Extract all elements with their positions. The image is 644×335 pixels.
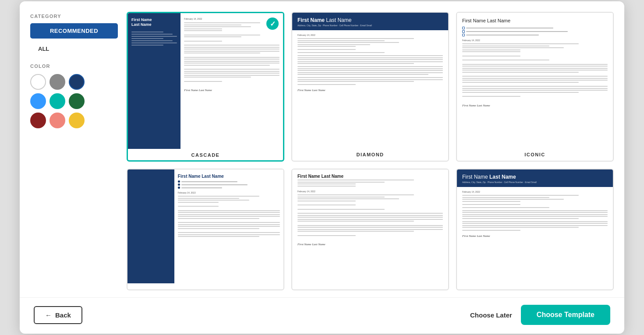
color-swatch-dark-red[interactable] bbox=[30, 113, 46, 128]
all-filter-button[interactable]: ALL bbox=[30, 42, 118, 56]
template-card-cascade[interactable]: First NameLast Name bbox=[127, 12, 284, 162]
choose-template-button[interactable]: Choose Template bbox=[521, 305, 610, 325]
color-label: COLOR bbox=[30, 63, 118, 69]
template-preview-executive: First Name Last Name Address, City, Stat… bbox=[457, 169, 613, 283]
template-preview-diamond: First Name Last Name Address, City, Stat… bbox=[292, 13, 448, 148]
footer-right: Choose Later Choose Template bbox=[470, 305, 610, 325]
template-preview-classic: First Name Last Name February 14, 2022 bbox=[292, 169, 448, 283]
back-arrow-icon: ← bbox=[45, 311, 52, 319]
color-grid bbox=[30, 74, 118, 128]
template-preview-iconic: First Name Last Name bbox=[457, 13, 613, 148]
back-label: Back bbox=[55, 311, 71, 319]
choose-later-button[interactable]: Choose Later bbox=[470, 311, 512, 319]
executive-label bbox=[457, 283, 613, 289]
modal-body: CATEGORY RECOMMENDED ALL COLOR bbox=[20, 1, 624, 297]
back-button[interactable]: ← Back bbox=[34, 306, 82, 324]
template-card-iconic[interactable]: First Name Last Name bbox=[456, 12, 614, 162]
template-card-executive[interactable]: First Name Last Name Address, City, Stat… bbox=[456, 169, 614, 290]
template-chooser-modal: CATEGORY RECOMMENDED ALL COLOR bbox=[20, 1, 624, 334]
template-card-diamond[interactable]: First Name Last Name Address, City, Stat… bbox=[291, 12, 449, 162]
selected-check-icon bbox=[266, 18, 279, 30]
color-swatch-gray[interactable] bbox=[50, 74, 65, 90]
color-swatch-white[interactable] bbox=[30, 74, 46, 90]
color-swatch-navy[interactable] bbox=[69, 74, 85, 90]
cascade-label: CASCADE bbox=[128, 149, 283, 160]
category-label: CATEGORY bbox=[30, 14, 118, 19]
color-swatch-salmon[interactable] bbox=[50, 113, 65, 128]
color-swatch-yellow[interactable] bbox=[69, 113, 85, 128]
color-swatch-dark-green[interactable] bbox=[69, 93, 85, 109]
templates-area: First NameLast Name bbox=[127, 12, 614, 297]
iconic-label: ICONIC bbox=[457, 148, 613, 160]
modal-footer: ← Back Choose Later Choose Template bbox=[20, 297, 624, 334]
classic-label bbox=[292, 283, 448, 289]
color-swatch-teal[interactable] bbox=[50, 93, 65, 109]
footer-left: ← Back bbox=[34, 306, 82, 324]
template-card-classic[interactable]: First Name Last Name February 14, 2022 bbox=[291, 169, 449, 290]
templates-grid: First NameLast Name bbox=[127, 12, 614, 290]
pinnacle-label bbox=[127, 283, 283, 289]
diamond-label: DIAMOND bbox=[292, 148, 448, 160]
sidebar: CATEGORY RECOMMENDED ALL COLOR bbox=[30, 12, 118, 297]
template-preview-pinnacle: First Name Last Name bbox=[127, 169, 283, 283]
color-swatch-blue[interactable] bbox=[30, 93, 46, 109]
recommended-filter-button[interactable]: RECOMMENDED bbox=[30, 23, 118, 39]
template-card-pinnacle[interactable]: First Name Last Name bbox=[127, 169, 284, 290]
template-preview-cascade: First NameLast Name bbox=[128, 13, 283, 149]
